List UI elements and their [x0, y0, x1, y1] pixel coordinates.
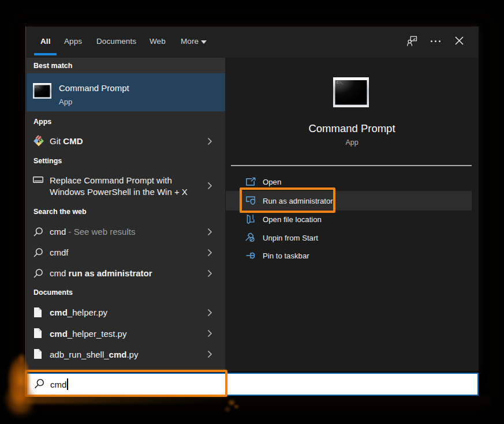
svg-text:C:\_: C:\_	[35, 86, 41, 88]
svg-text:C:\_: C:\_	[337, 81, 344, 84]
